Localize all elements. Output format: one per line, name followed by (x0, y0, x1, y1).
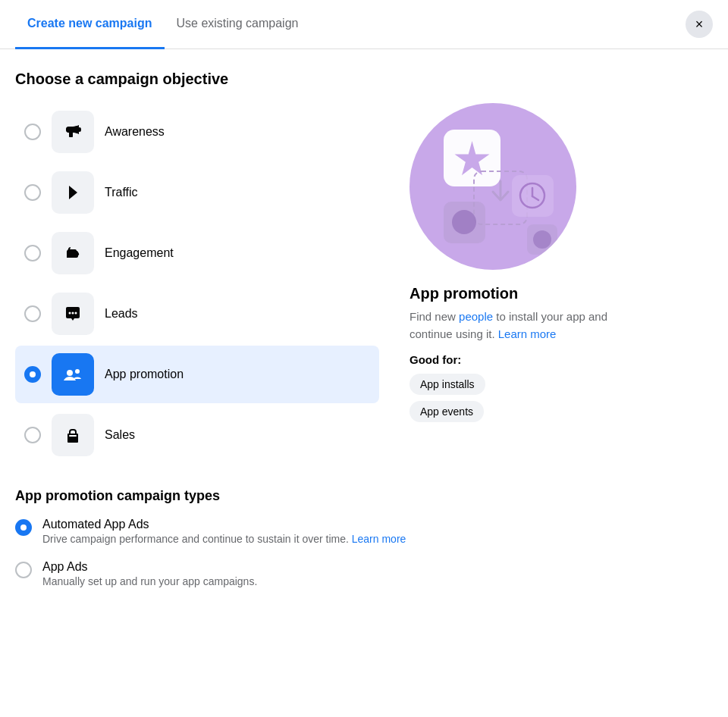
app-ads-name: App Ads (42, 560, 257, 574)
svg-rect-6 (67, 434, 78, 443)
sales-icon-box (52, 414, 94, 456)
traffic-label: Traffic (105, 186, 138, 199)
objective-item-engagement[interactable]: Engagement (15, 224, 379, 282)
preview-illustration (410, 103, 576, 270)
close-icon: × (695, 17, 704, 33)
leads-icon-box (52, 293, 94, 335)
campaign-types-section: App promotion campaign types Automated A… (15, 488, 713, 603)
leads-label: Leads (105, 307, 138, 321)
automated-app-ads-name: Automated App Ads (42, 518, 406, 531)
radio-app-ads[interactable] (15, 562, 32, 578)
svg-point-18 (533, 230, 551, 249)
main-content: Choose a campaign objective Awareness (0, 49, 728, 717)
tag-app-events: App events (410, 401, 484, 422)
svg-point-16 (452, 210, 476, 234)
awareness-icon (62, 121, 83, 142)
modal-header: Create new campaign Use existing campaig… (0, 0, 728, 49)
svg-rect-7 (69, 435, 77, 437)
preview-people-link[interactable]: people (459, 310, 493, 323)
section-title: Choose a campaign objective (15, 70, 713, 88)
automated-learn-more-link[interactable]: Learn more (352, 533, 406, 545)
objective-item-leads[interactable]: Leads (15, 285, 379, 343)
sales-label: Sales (105, 428, 135, 442)
svg-point-2 (72, 312, 74, 315)
svg-point-1 (69, 312, 71, 315)
preview-desc-part1: Find new (410, 310, 459, 323)
tags-container: App installs App events (410, 374, 485, 422)
modal-container: Create new campaign Use existing campaig… (0, 0, 728, 717)
app-ads-text: App Ads Manually set up and run your app… (42, 560, 257, 587)
leads-icon (62, 303, 83, 324)
objective-item-sales[interactable]: Sales (15, 406, 379, 464)
traffic-icon-box (52, 171, 94, 214)
svg-point-5 (75, 369, 80, 374)
campaign-type-item-automated[interactable]: Automated App Ads Drive campaign perform… (15, 518, 713, 545)
preview-panel: App promotion Find new people to install… (410, 103, 713, 464)
preview-learn-more-link[interactable]: Learn more (498, 327, 557, 340)
main-layout: Awareness Traffic (15, 103, 713, 464)
awareness-label: Awareness (105, 125, 165, 139)
automated-desc-part1: Drive campaign performance and continue … (42, 533, 352, 545)
objective-item-traffic[interactable]: Traffic (15, 164, 379, 221)
radio-awareness[interactable] (24, 124, 41, 140)
tab-use-existing[interactable]: Use existing campaign (165, 0, 311, 49)
app-promotion-illustration (421, 114, 565, 258)
preview-description: Find new people to install your app and … (410, 308, 622, 343)
app-promotion-icon (61, 362, 85, 387)
objective-item-awareness[interactable]: Awareness (15, 103, 379, 161)
radio-app-promotion[interactable] (24, 366, 41, 383)
tab-create-new[interactable]: Create new campaign (15, 0, 165, 49)
campaign-type-item-app-ads[interactable]: App Ads Manually set up and run your app… (15, 560, 713, 587)
tab-existing-label: Use existing campaign (177, 17, 299, 30)
automated-app-ads-text: Automated App Ads Drive campaign perform… (42, 518, 406, 545)
preview-title: App promotion (410, 285, 518, 302)
automated-app-ads-desc: Drive campaign performance and continue … (42, 533, 406, 545)
app-promotion-label: App promotion (105, 368, 184, 381)
objective-item-app-promotion[interactable]: App promotion (15, 346, 379, 403)
tab-create-label: Create new campaign (27, 17, 152, 30)
svg-point-4 (67, 370, 73, 376)
svg-point-3 (75, 312, 77, 315)
campaign-types-title: App promotion campaign types (15, 488, 713, 504)
traffic-icon (62, 182, 83, 203)
sales-icon (62, 424, 83, 446)
svg-point-0 (78, 127, 81, 132)
awareness-icon-box (52, 111, 94, 153)
engagement-label: Engagement (105, 246, 174, 260)
engagement-icon (62, 243, 83, 264)
app-ads-desc: Manually set up and run your app campaig… (42, 575, 257, 587)
radio-automated-app-ads[interactable] (15, 519, 32, 536)
close-button[interactable]: × (686, 11, 713, 38)
radio-engagement[interactable] (24, 245, 41, 261)
good-for-label: Good for: (410, 353, 461, 366)
radio-sales[interactable] (24, 427, 41, 443)
radio-traffic[interactable] (24, 184, 41, 201)
objective-list: Awareness Traffic (15, 103, 379, 464)
engagement-icon-box (52, 232, 94, 274)
radio-leads[interactable] (24, 305, 41, 322)
tag-app-installs: App installs (410, 374, 485, 395)
app-promotion-icon-box (52, 353, 94, 396)
